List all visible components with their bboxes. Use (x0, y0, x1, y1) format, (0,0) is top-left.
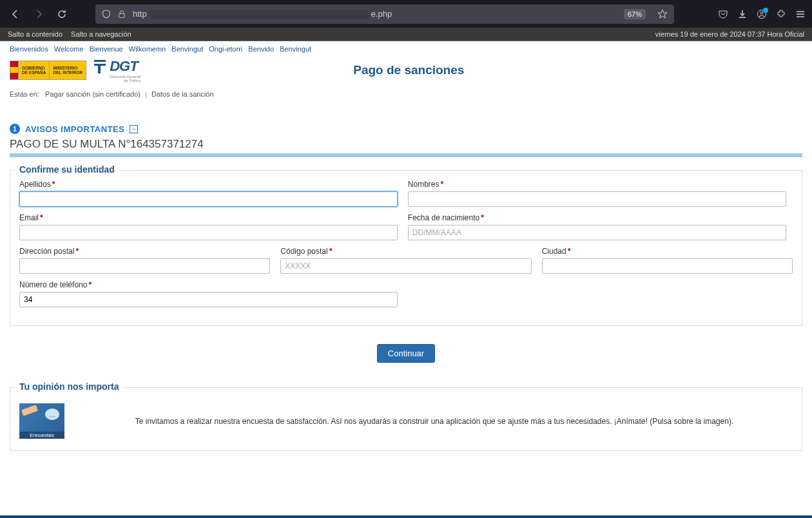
menu-icon[interactable] (795, 9, 806, 19)
back-button[interactable] (6, 5, 24, 23)
speech-bubble-icon: … (45, 408, 59, 420)
ciudad-label: Ciudad* (542, 247, 793, 256)
gov-logo: GOBIERNO DE ESPAÑA MINISTERIO DEL INTERI… (10, 61, 86, 80)
apellidos-label: Apellidos* (19, 180, 398, 189)
browser-toolbar: httpe.php 67% (0, 0, 812, 28)
svg-rect-0 (119, 14, 125, 17)
fecha-input[interactable] (408, 225, 786, 240)
url-bar[interactable]: httpe.php 67% (95, 5, 674, 24)
dgt-logo: DGT Dirección General de Tráfico (93, 58, 140, 82)
forward-button[interactable] (30, 5, 48, 23)
lang-link[interactable]: Ongi-etorri (209, 45, 242, 53)
dgt-mark-icon (93, 58, 107, 75)
lock-icon (117, 10, 126, 19)
lang-link[interactable]: Wilkomemn (129, 45, 166, 53)
page-title: Pago de sanciones (353, 63, 464, 77)
lang-link[interactable]: Bienvenue (90, 45, 123, 53)
nombres-input[interactable] (408, 191, 786, 207)
skip-content-link[interactable]: Salto a contenido (8, 30, 63, 38)
tel-input[interactable] (19, 292, 398, 307)
tel-label: Número de teléfono* (19, 280, 398, 289)
bookmark-star-icon[interactable] (657, 9, 668, 19)
shield-icon (102, 10, 111, 19)
continue-button[interactable]: Continuar (377, 344, 435, 363)
reload-button[interactable] (53, 5, 71, 23)
divider-bar (10, 153, 802, 157)
lang-link[interactable]: Welcome (54, 45, 84, 53)
header: GOBIERNO DE ESPAÑA MINISTERIO DEL INTERI… (10, 57, 802, 88)
opinion-box: Tu opinión nos importa … Encuestas Te in… (10, 387, 802, 451)
apellidos-input[interactable] (19, 191, 398, 207)
survey-image[interactable]: … Encuestas (19, 403, 64, 439)
account-icon[interactable] (757, 9, 767, 19)
identity-legend: Confirme su identidad (15, 164, 119, 175)
avisos-count-badge: 1 (10, 124, 20, 134)
download-icon[interactable] (737, 9, 748, 19)
lang-link[interactable]: Benvido (248, 45, 274, 53)
multa-title: PAGO DE SU MULTA N°164357371274 (10, 134, 802, 153)
breadcrumb: Estás en: Pagar sanción (sin certificado… (10, 88, 802, 104)
ciudad-input[interactable] (542, 258, 793, 274)
direccion-input[interactable] (19, 258, 270, 274)
nombres-label: Nombres* (408, 180, 786, 189)
email-input[interactable] (19, 225, 398, 240)
notification-dot-icon (763, 8, 768, 13)
lang-link[interactable]: Benvingut (280, 45, 311, 53)
spain-flag-icon (10, 61, 19, 80)
direccion-label: Dirección postal* (19, 247, 270, 256)
extensions-icon[interactable] (776, 9, 786, 19)
skip-nav-link[interactable]: Salto a navegación (71, 30, 131, 38)
lang-link[interactable]: Benvingut (171, 45, 203, 53)
opinion-text: Te invitamos a realizar nuestra encuesta… (76, 417, 793, 426)
pocket-icon[interactable] (718, 9, 728, 19)
language-row: Bienvenidos Welcome Bienvenue Wilkomemn … (10, 41, 802, 57)
lang-link[interactable]: Bienvenidos (10, 45, 48, 53)
footer: Aviso legal| Propiedad intelectual| Acce… (0, 515, 812, 518)
datetime-text: viernes 19 de enero de 2024 07:37 Hora O… (655, 30, 804, 38)
svg-point-2 (760, 12, 763, 14)
avisos-row: 1 AVISOS IMPORTANTES − (10, 104, 802, 134)
opinion-legend: Tu opinión nos importa (15, 381, 123, 392)
identity-box: Confirme su identidad Apellidos* Nombres… (10, 170, 802, 326)
cp-input[interactable] (280, 258, 531, 274)
cp-label: Código postal* (280, 247, 531, 256)
url-text: httpe.php (133, 9, 617, 19)
email-label: Email* (19, 213, 398, 222)
zoom-indicator[interactable]: 67% (624, 9, 646, 19)
utility-bar: Salto a contenido Salto a navegación vie… (0, 28, 812, 41)
collapse-icon[interactable]: − (130, 125, 138, 133)
avisos-label: AVISOS IMPORTANTES (25, 124, 124, 134)
toolbar-right (718, 9, 806, 19)
svg-rect-3 (94, 60, 106, 62)
svg-rect-5 (98, 64, 101, 73)
fecha-label: Fecha de nacimiento* (408, 213, 786, 222)
